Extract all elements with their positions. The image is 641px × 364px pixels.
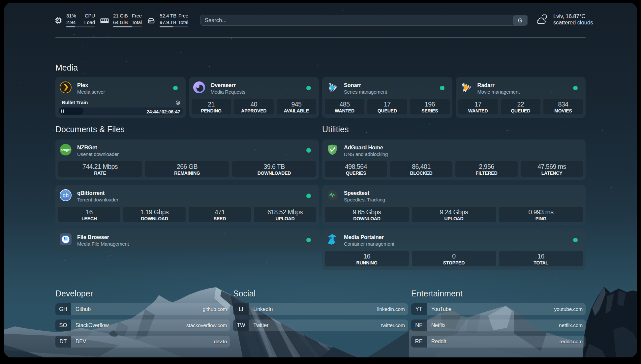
svg-text:nzbget: nzbget <box>61 148 71 152</box>
svg-text:qb: qb <box>63 192 69 198</box>
